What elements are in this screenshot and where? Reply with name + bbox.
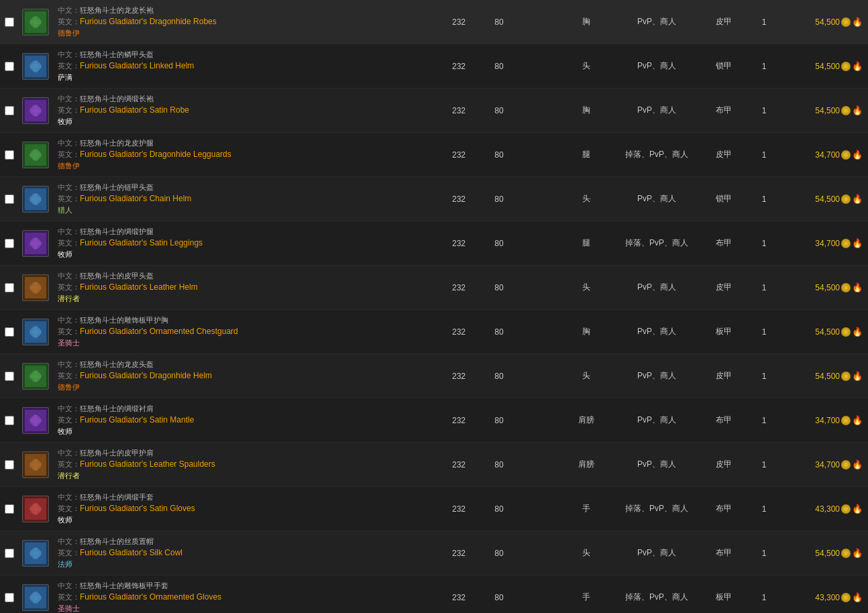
price-value: 54,500: [815, 194, 840, 204]
item-name-col: 中文：狂怒角斗士的绸缎衬肩 英文：Furious Gladiator's Sat…: [52, 402, 439, 438]
gold-coin-icon: [841, 504, 851, 514]
svg-rect-24: [30, 197, 42, 201]
item-slot: 腿: [559, 237, 613, 249]
item-stack: 1: [747, 150, 781, 160]
item-slot: 头: [559, 193, 613, 205]
item-icon-col: [19, 186, 52, 213]
row-checkbox[interactable]: [5, 62, 14, 71]
table-row: 中文：狂怒角斗士的龙皮长袍 英文：Furious Gladiator's Dra…: [0, 0, 868, 44]
item-level: 80: [479, 416, 519, 425]
item-class: 法师: [58, 559, 433, 569]
item-icon: [22, 540, 49, 567]
item-icon-col: [19, 97, 52, 124]
item-armor-type: 布甲: [700, 503, 747, 514]
item-en-name[interactable]: 英文：Furious Gladiator's Dragonhide Leggua…: [58, 150, 433, 160]
item-en-name[interactable]: 英文：Furious Gladiator's Ornamented Gloves: [58, 592, 433, 602]
item-icon: [22, 53, 49, 80]
fire-icon: 🔥: [852, 548, 863, 558]
item-en-name[interactable]: 英文：Furious Gladiator's Ornamented Chestg…: [58, 327, 433, 337]
item-en-name[interactable]: 英文：Furious Gladiator's Silk Cowl: [58, 548, 433, 558]
item-en-name[interactable]: 英文：Furious Gladiator's Dragonhide Helm: [58, 371, 433, 381]
row-checkbox[interactable]: [5, 17, 14, 27]
item-cn-name: 中文：狂怒角斗士的皮甲护肩: [58, 448, 433, 458]
item-class: 牧师: [58, 515, 433, 525]
table-row: 中文：狂怒角斗士的链甲头盔 英文：Furious Gladiator's Cha…: [0, 177, 868, 221]
row-checkbox[interactable]: [5, 504, 14, 514]
item-icon: [22, 584, 49, 611]
item-icon-col: [19, 540, 52, 567]
item-price: 43,300 🔥: [781, 592, 868, 602]
item-price: 54,500 🔥: [781, 371, 868, 381]
item-armor-type: 皮甲: [700, 282, 747, 293]
item-icon-col: [19, 53, 52, 80]
item-stack: 1: [747, 194, 781, 204]
fire-icon: 🔥: [852, 194, 863, 204]
svg-rect-44: [30, 374, 42, 378]
item-name-col: 中文：狂怒角斗士的皮甲护肩 英文：Furious Gladiator's Lea…: [52, 447, 439, 482]
row-checkbox-col: [0, 416, 19, 425]
item-price: 34,700 🔥: [781, 459, 868, 469]
item-armor-type: 布甲: [700, 237, 747, 249]
item-class: 圣骑士: [58, 338, 433, 348]
row-checkbox[interactable]: [5, 106, 14, 115]
svg-rect-19: [30, 153, 42, 157]
item-level: 80: [479, 504, 519, 514]
svg-rect-14: [30, 109, 42, 113]
item-en-name[interactable]: 英文：Furious Gladiator's Leather Helm: [58, 282, 433, 292]
row-checkbox[interactable]: [5, 194, 14, 204]
item-en-name[interactable]: 英文：Furious Gladiator's Linked Helm: [58, 61, 433, 71]
row-checkbox[interactable]: [5, 549, 14, 558]
item-en-name[interactable]: 英文：Furious Gladiator's Leather Spaulders: [58, 459, 433, 469]
item-en-name[interactable]: 英文：Furious Gladiator's Satin Mantle: [58, 415, 433, 425]
table-row: 中文：狂怒角斗士的皮甲头盔 英文：Furious Gladiator's Lea…: [0, 266, 868, 310]
item-icon-col: [19, 319, 52, 345]
item-en-name[interactable]: 英文：Furious Gladiator's Satin Robe: [58, 105, 433, 115]
item-icon: [22, 363, 49, 390]
svg-rect-49: [30, 419, 42, 423]
item-en-name[interactable]: 英文：Furious Gladiator's Satin Gloves: [58, 504, 433, 514]
row-checkbox[interactable]: [5, 372, 14, 381]
item-class: 德鲁伊: [58, 161, 433, 171]
item-en-name[interactable]: 英文：Furious Gladiator's Satin Leggings: [58, 238, 433, 248]
row-checkbox[interactable]: [5, 416, 14, 425]
item-name-col: 中文：狂怒角斗士的龙皮护腿 英文：Furious Gladiator's Dra…: [52, 137, 439, 172]
table-row: 中文：狂怒角斗士的绸缎护腿 英文：Furious Gladiator's Sat…: [0, 221, 868, 266]
item-icon: [22, 319, 49, 345]
item-stack: 1: [747, 416, 781, 425]
price-value: 34,700: [815, 239, 840, 248]
row-checkbox[interactable]: [5, 593, 14, 602]
item-ilvl: 232: [439, 372, 479, 381]
item-name-col: 中文：狂怒角斗士的链甲头盔 英文：Furious Gladiator's Cha…: [52, 181, 439, 217]
row-checkbox-col: [0, 150, 19, 160]
price-value: 54,500: [815, 17, 840, 27]
item-ilvl: 232: [439, 106, 479, 115]
row-checkbox[interactable]: [5, 150, 14, 160]
item-source: PvP、商人: [613, 414, 700, 426]
item-level: 80: [479, 283, 519, 292]
item-ilvl: 232: [439, 416, 479, 425]
item-price: 34,700 🔥: [781, 150, 868, 160]
row-checkbox-col: [0, 62, 19, 71]
item-stack: 1: [747, 372, 781, 381]
item-price: 34,700 🔥: [781, 238, 868, 248]
svg-rect-39: [30, 330, 42, 334]
row-checkbox[interactable]: [5, 460, 14, 469]
fire-icon: 🔥: [852, 327, 863, 337]
item-level: 80: [479, 549, 519, 558]
item-icon-col: [19, 451, 52, 478]
item-stack: 1: [747, 460, 781, 469]
row-checkbox-col: [0, 504, 19, 514]
row-checkbox[interactable]: [5, 283, 14, 292]
item-class: 潜行者: [58, 294, 433, 304]
row-checkbox[interactable]: [5, 239, 14, 248]
item-ilvl: 232: [439, 17, 479, 27]
item-name-col: 中文：狂怒角斗士的丝质置帽 英文：Furious Gladiator's Sil…: [52, 535, 439, 571]
item-en-name[interactable]: 英文：Furious Gladiator's Dragonhide Robes: [58, 17, 433, 27]
row-checkbox[interactable]: [5, 327, 14, 337]
fire-icon: 🔥: [852, 150, 863, 160]
item-class: 德鲁伊: [58, 28, 433, 38]
row-checkbox-col: [0, 17, 19, 27]
item-cn-name: 中文：狂怒角斗士的绸缎长袍: [58, 94, 433, 104]
item-en-name[interactable]: 英文：Furious Gladiator's Chain Helm: [58, 194, 433, 204]
item-icon-col: [19, 142, 52, 168]
